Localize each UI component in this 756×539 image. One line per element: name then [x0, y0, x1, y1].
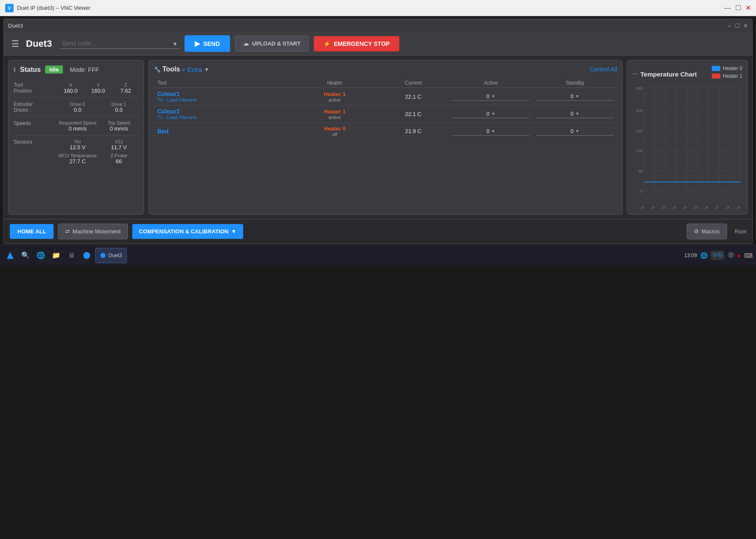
send-code-arrow-icon: ▼: [172, 40, 178, 47]
chart-panel: 〰 Temperature Chart Heater 0Heater 1 255…: [627, 60, 748, 215]
send-button[interactable]: ▶ SEND: [185, 35, 230, 52]
zprobe-label: Z-Probe: [99, 153, 139, 158]
chart-icon: 〰: [632, 71, 638, 77]
macros-button[interactable]: ⚙ Macros: [687, 224, 727, 239]
extruder-block: ExtruderDrives Drive 0 0.0 Drive 1 0.0: [14, 98, 139, 117]
taskbar-duet-icon[interactable]: [80, 249, 94, 262]
requested-speed-value: 0 mm/s: [58, 125, 97, 132]
taskbar-record-icon: ●: [737, 252, 741, 259]
app-restore-icon[interactable]: ☐: [735, 23, 740, 29]
send-code-input[interactable]: [60, 38, 179, 49]
upload-start-button[interactable]: ☁ UPLOAD & START: [235, 36, 309, 51]
top-speed-value: 0 mm/s: [99, 125, 139, 132]
x-label: 13:00: [637, 205, 645, 209]
current-temp: 22.1 C: [378, 105, 449, 123]
minimize-icon[interactable]: —: [724, 5, 731, 11]
macros-label: Macros: [702, 228, 720, 235]
app-close-icon[interactable]: ✕: [743, 23, 748, 29]
svg-point-2: [100, 253, 105, 258]
vin-value: 12.5 V: [58, 144, 97, 150]
active-select[interactable]: 0 ▼: [452, 92, 530, 101]
y-label: Y: [85, 82, 111, 88]
standby-select[interactable]: 0 ▼: [536, 110, 614, 118]
machine-movement-button[interactable]: ⇄ Machine Movement: [58, 224, 128, 239]
y-label: 255: [636, 86, 642, 90]
upload-icon: ☁: [243, 40, 249, 47]
sensors-label: Sensors: [14, 139, 56, 145]
taskbar-search-icon[interactable]: 🔍: [19, 249, 32, 262]
taskbar-globe-icon[interactable]: 🌐: [34, 249, 48, 262]
standby-select[interactable]: 0 ▼: [536, 92, 614, 101]
status-title: Status: [20, 66, 41, 74]
taskbar-bt-icon: Ⓑ: [728, 252, 734, 259]
maximize-icon[interactable]: ☐: [735, 5, 741, 11]
tool-name[interactable]: Colour1: [157, 91, 288, 97]
taskbar-folder-icon[interactable]: 📁: [49, 249, 63, 262]
home-all-button[interactable]: HOME ALL: [10, 224, 54, 239]
tool-name[interactable]: Bed: [157, 128, 288, 135]
info-icon: ℹ: [14, 66, 16, 73]
control-all-button[interactable]: Control All: [590, 66, 617, 73]
toolbar: ☰ Duet3 ▼ ▶ SEND ☁ UPLOAD & START ⚡ EMER…: [4, 32, 752, 56]
close-icon[interactable]: ✕: [745, 5, 751, 11]
z-label: Z: [113, 82, 139, 88]
taskbar-network-icon: 🌐: [700, 252, 708, 259]
zprobe-value: 66: [99, 158, 139, 165]
heater-name: Heater 1: [295, 108, 374, 115]
position-block: ToolPosition X 160.0 Y 160.0 Z 7.62: [14, 79, 139, 98]
status-panel: ℹ Status Idle Mode: FFF ToolPosition X 1…: [8, 60, 144, 215]
compensation-button[interactable]: COMPENSATION & CALIBRATION ▼: [132, 224, 243, 239]
col-current: Current: [378, 78, 449, 88]
x-label: 13:08: [723, 205, 730, 209]
tool-name[interactable]: Colour2: [157, 108, 288, 115]
svg-point-1: [83, 252, 90, 259]
heater-status: active: [295, 115, 374, 120]
active-select[interactable]: 0 ▼: [452, 110, 530, 118]
current-temp: 21.9 C: [378, 123, 449, 140]
app-name: Duet3: [26, 38, 52, 49]
drive0-value: 0.0: [58, 107, 97, 113]
legend-item: Heater 0: [712, 65, 742, 71]
active-select[interactable]: 0 ▼: [452, 127, 530, 136]
position-label: ToolPosition: [14, 82, 56, 94]
vnc-titlebar: V Duet IP (duet3) – VNC Viewer — ☐ ✕: [0, 0, 756, 16]
y-label: 50: [638, 169, 642, 173]
y-label: 100: [636, 149, 642, 153]
x-label: 13:02: [658, 205, 666, 209]
col-active: Active: [449, 78, 533, 88]
x-label: 13:06: [701, 205, 709, 209]
taskbar: 🔍 🌐 📁 🖥 Duet3 13:09 🌐 VⓃ Ⓑ ● ⌨: [0, 245, 756, 265]
standby-select[interactable]: 0 ▼: [536, 127, 614, 136]
tools-panel: 🔧 Tools + Extra ▼ Control All Tool Heate…: [148, 60, 622, 215]
mcu-temp-value: 27.7 C: [58, 158, 97, 165]
drive1-label: Drive 1: [99, 102, 139, 107]
tools-extra-button[interactable]: + Extra: [182, 66, 202, 73]
vnc-window-controls[interactable]: — ☐ ✕: [724, 5, 751, 11]
tool-sub: T0 - Load Filament: [157, 97, 288, 102]
x-label: X: [58, 82, 84, 88]
x-label: 13:01: [648, 205, 655, 209]
tools-table: Tool Heater Current Active Standby Colou…: [154, 78, 617, 139]
taskbar-start-icon[interactable]: [3, 249, 17, 262]
emergency-stop-button[interactable]: ⚡ EMERGENCY STOP: [314, 36, 399, 51]
taskbar-monitor-icon[interactable]: 🖥: [65, 249, 78, 262]
app-window: Duet3 ─ ☐ ✕ ☰ Duet3 ▼ ▶ SEND ☁ UPLOAD & …: [3, 19, 753, 244]
app-minimize-icon[interactable]: ─: [728, 23, 731, 29]
vnc-app-icon: V: [5, 4, 14, 12]
lightning-icon: ⚡: [323, 40, 330, 47]
taskbar-duet-btn[interactable]: Duet3: [95, 248, 127, 263]
mcu-temp-label: MCU Temperature: [58, 153, 97, 158]
idle-badge: Idle: [45, 65, 63, 74]
taskbar-vnc-icon: VⓃ: [711, 251, 724, 260]
requested-speed-label: Requested Speed: [58, 120, 97, 125]
col-standby: Standby: [533, 78, 617, 88]
hamburger-button[interactable]: ☰: [10, 37, 21, 51]
heater-name: Heater 1: [295, 91, 374, 97]
heater-status: active: [295, 97, 374, 102]
x-label: 13:09: [733, 205, 741, 209]
y-label: 0: [640, 189, 642, 193]
compensation-arrow: ▼: [231, 228, 236, 235]
heater-status: off: [295, 132, 374, 137]
drive1-value: 0.0: [99, 107, 139, 113]
app-titlebar: Duet3 ─ ☐ ✕: [4, 19, 752, 32]
